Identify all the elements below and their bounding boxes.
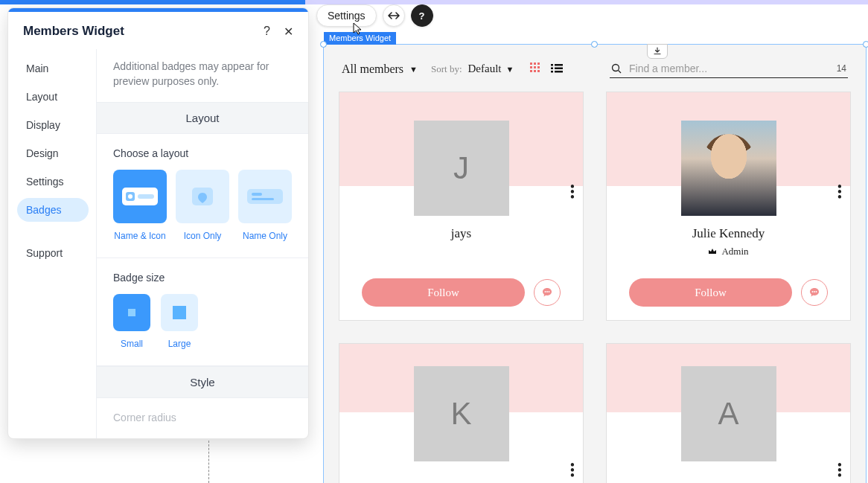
choose-layout-label: Choose a layout	[113, 147, 292, 159]
search-field[interactable]: 14	[610, 60, 848, 78]
layout-thumb-icon	[238, 170, 292, 223]
selection-handle[interactable]	[863, 41, 868, 48]
card-more-icon[interactable]: •••	[837, 463, 841, 479]
panel-help-icon[interactable]: ?	[264, 25, 270, 39]
filter-dropdown[interactable]: All members ▼	[342, 63, 418, 76]
filter-label: All members	[342, 63, 403, 76]
question-icon: ?	[419, 10, 425, 22]
svg-rect-7	[252, 198, 274, 200]
download-tab[interactable]	[647, 44, 668, 59]
result-count: 14	[837, 63, 846, 74]
sort-dropdown[interactable]: Default ▼	[468, 63, 514, 75]
member-card: A•••	[606, 343, 851, 483]
arrows-horizontal-icon	[388, 11, 400, 20]
badge-size-label: Badge size	[113, 272, 292, 284]
svg-rect-22	[555, 71, 563, 73]
svg-rect-5	[247, 189, 283, 204]
member-name: Julie Kennedy	[607, 226, 850, 241]
follow-button[interactable]: Follow	[629, 278, 792, 307]
layout-option-label: Name & Icon	[114, 231, 165, 241]
panel-close-icon[interactable]: ✕	[284, 25, 293, 39]
tab-layout[interactable]: Layout	[17, 85, 89, 109]
svg-point-23	[613, 65, 619, 71]
size-option-small[interactable]: Small	[113, 294, 150, 349]
chevron-down-icon: ▼	[409, 65, 418, 74]
tab-badges[interactable]: Badges	[17, 198, 89, 222]
svg-line-24	[619, 71, 622, 74]
tab-settings[interactable]: Settings	[17, 170, 89, 193]
section-style-title: Style	[97, 366, 308, 398]
avatar-photo	[681, 121, 776, 216]
section-layout-title: Layout	[97, 102, 308, 134]
svg-point-26	[546, 291, 548, 292]
corner-radius-label: Corner radius	[113, 412, 292, 423]
svg-point-28	[812, 291, 814, 292]
chat-button[interactable]	[534, 279, 561, 306]
card-more-icon[interactable]: •••	[837, 185, 841, 201]
layout-thumb-icon	[176, 170, 229, 223]
size-thumb-icon	[161, 294, 198, 331]
download-icon	[653, 47, 662, 56]
tab-design[interactable]: Design	[17, 141, 89, 165]
svg-rect-21	[551, 71, 553, 73]
avatar-initial: A	[681, 366, 776, 461]
member-card: J•••jaysFollow	[339, 92, 584, 321]
svg-rect-19	[551, 67, 553, 69]
tab-main[interactable]: Main	[17, 57, 89, 80]
svg-rect-3	[138, 194, 154, 199]
settings-button[interactable]: Settings	[316, 4, 377, 27]
member-card: •••Julie KennedyAdminFollow	[606, 92, 851, 321]
svg-rect-6	[252, 193, 262, 196]
svg-point-29	[814, 291, 815, 292]
help-button[interactable]: ?	[411, 4, 433, 27]
grid-view-icon[interactable]	[530, 63, 540, 76]
tab-support[interactable]: Support	[17, 241, 89, 265]
size-option-label: Small	[121, 339, 143, 349]
svg-point-30	[816, 291, 817, 292]
tab-display[interactable]: Display	[17, 113, 89, 137]
sort-value: Default	[468, 63, 502, 75]
chat-button[interactable]	[801, 279, 828, 306]
svg-rect-16	[537, 70, 540, 72]
svg-rect-11	[530, 66, 532, 68]
resize-horizontal-button[interactable]	[383, 4, 405, 27]
selection-handle[interactable]	[591, 41, 598, 48]
layout-option-label: Icon Only	[184, 231, 222, 241]
selection-handle[interactable]	[320, 41, 327, 48]
svg-rect-10	[537, 63, 540, 65]
layout-option-1[interactable]: Icon Only	[176, 170, 229, 241]
widget-tag: Members Widget	[324, 32, 396, 45]
svg-rect-18	[555, 64, 563, 66]
search-icon	[611, 63, 622, 74]
widget-canvas[interactable]: Members Widget All members ▼ Sort by: De…	[323, 44, 867, 483]
svg-point-25	[545, 291, 546, 292]
svg-rect-12	[534, 66, 536, 68]
member-role: Admin	[607, 246, 850, 258]
avatar-initial: K	[414, 366, 509, 461]
svg-rect-8	[530, 63, 532, 65]
settings-panel: Members Widget ? ✕ MainLayoutDisplayDesi…	[7, 7, 309, 439]
panel-title: Members Widget	[23, 24, 124, 39]
svg-rect-14	[530, 70, 532, 72]
layout-option-label: Name Only	[243, 231, 287, 241]
follow-button[interactable]: Follow	[362, 278, 525, 307]
svg-point-2	[128, 194, 133, 199]
layout-option-0[interactable]: Name & Icon	[113, 170, 167, 241]
svg-rect-20	[555, 67, 563, 69]
chat-icon	[541, 287, 553, 298]
sort-label: Sort by:	[431, 63, 462, 75]
search-input[interactable]	[629, 63, 829, 74]
layout-thumb-icon	[113, 170, 167, 223]
card-more-icon[interactable]: •••	[570, 463, 574, 479]
member-card: K•••	[339, 343, 584, 483]
chat-icon	[808, 287, 820, 298]
card-more-icon[interactable]: •••	[570, 185, 574, 201]
vertical-guide	[208, 441, 209, 483]
layout-option-2[interactable]: Name Only	[238, 170, 292, 241]
svg-point-27	[549, 291, 550, 292]
size-option-large[interactable]: Large	[161, 294, 198, 349]
svg-rect-17	[551, 64, 553, 66]
chevron-down-icon: ▼	[506, 65, 514, 74]
avatar-initial: J	[414, 121, 509, 216]
list-view-icon[interactable]	[551, 63, 563, 76]
